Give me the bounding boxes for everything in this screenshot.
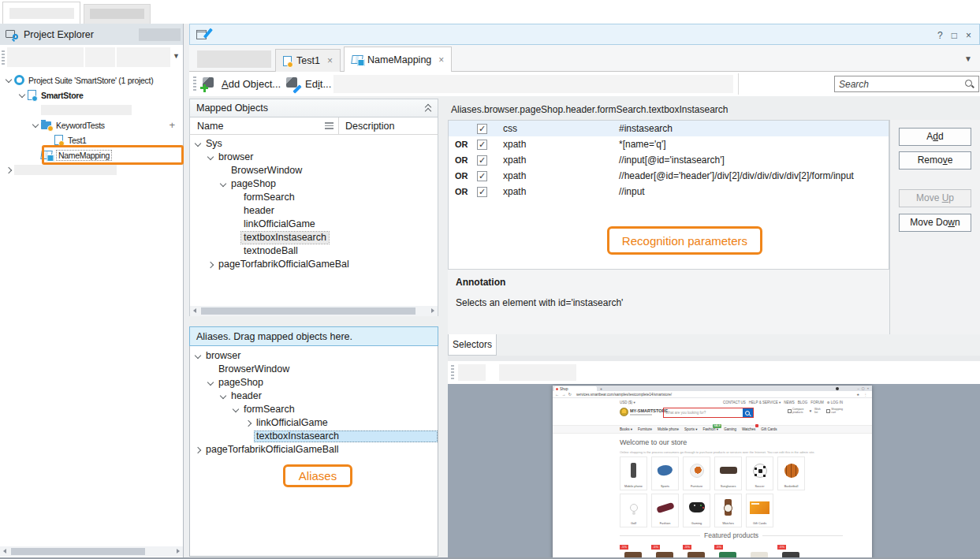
tab-namemapping[interactable]: NameMapping × bbox=[344, 47, 452, 72]
expand-icon[interactable] bbox=[207, 153, 216, 162]
toolbar-grip[interactable] bbox=[451, 365, 454, 380]
category-tile-gift-cards[interactable]: Gift Cards bbox=[746, 494, 773, 527]
category-tile-watches[interactable]: Watches bbox=[714, 494, 742, 527]
aliases-item-browserwindow[interactable]: BrowserWindow bbox=[190, 363, 438, 376]
store-search-button[interactable] bbox=[743, 408, 753, 417]
project-tree-item-smartstore[interactable]: SmartStore bbox=[0, 88, 183, 102]
expand-icon[interactable] bbox=[5, 76, 14, 85]
category-tile-basketball[interactable]: Basketball bbox=[777, 457, 805, 490]
sort-icon[interactable] bbox=[325, 122, 333, 129]
column-name[interactable]: Name bbox=[197, 121, 223, 132]
scroll-thumb[interactable] bbox=[11, 548, 145, 555]
add-object-button[interactable]: Add Object... bbox=[200, 72, 281, 96]
store-top-link[interactable]: FORUM bbox=[810, 401, 824, 404]
store-nav-gift-cards[interactable]: Gift Cards bbox=[761, 427, 777, 431]
mapped-objects-item-pagetorfabrikofficialgamebal[interactable]: pageTorfabrikOfficialGameBal bbox=[190, 258, 438, 271]
aliases-item-formsearch[interactable]: formSearch bbox=[190, 403, 438, 416]
window-controls[interactable]: – ▢ × bbox=[857, 386, 870, 390]
param-checkbox[interactable]: ✓ bbox=[477, 155, 487, 166]
param-row[interactable]: OR✓xpath*[name='q'] bbox=[449, 136, 889, 152]
remove-button[interactable]: Remove bbox=[899, 151, 971, 170]
store-nav-books[interactable]: Books ▾ bbox=[620, 427, 632, 431]
expand-icon[interactable] bbox=[219, 180, 229, 189]
project-tree-item[interactable] bbox=[0, 162, 183, 177]
mapped-objects-item-browserwindow[interactable]: BrowserWindow bbox=[190, 164, 438, 177]
mapped-objects-item-textnodeball[interactable]: textnodeBall bbox=[190, 244, 438, 258]
toolbar-grip[interactable] bbox=[2, 50, 5, 65]
store-nav-sports[interactable]: Sports ▾ bbox=[684, 427, 698, 431]
project-tree-hscrollbar[interactable] bbox=[0, 546, 183, 557]
param-row[interactable]: ✓css#instasearch bbox=[449, 121, 889, 136]
tab-close-icon[interactable]: × bbox=[438, 54, 444, 65]
expand-icon[interactable] bbox=[232, 405, 241, 415]
tab-test1[interactable]: Test1 × bbox=[275, 49, 341, 72]
mapped-objects-item-linkofficialgame[interactable]: linkOfficialGame bbox=[190, 218, 438, 231]
param-row[interactable]: OR✓xpath//input[@id='instasearch'] bbox=[449, 152, 889, 168]
project-tree-item-keywordtests[interactable]: KeywordTests+ bbox=[0, 117, 183, 132]
mapped-objects-item-formsearch[interactable]: formSearch bbox=[190, 191, 438, 204]
browser-nav-icons[interactable]: ← → ↻ bbox=[555, 392, 572, 397]
store-top-link[interactable]: BLOG bbox=[798, 401, 808, 404]
browser-action-icons[interactable]: ★ ⋮ bbox=[856, 393, 869, 397]
window-tab-inactive[interactable] bbox=[84, 4, 151, 24]
project-tree-item-test1[interactable]: Test1 bbox=[0, 132, 183, 147]
store-wish-list-icon[interactable]: ♥Wishlist bbox=[809, 408, 820, 415]
edit-button[interactable]: Edit... bbox=[284, 72, 331, 96]
mapped-objects-item-sys[interactable]: Sys bbox=[190, 137, 438, 151]
mapped-objects-item-textboxinstasearch[interactable]: textboxInstasearch bbox=[190, 231, 438, 244]
move-down-button[interactable]: Move Down bbox=[899, 214, 971, 232]
toolbar-placeholder[interactable] bbox=[117, 47, 170, 67]
scroll-right-icon[interactable] bbox=[177, 549, 180, 553]
toolbar-placeholder[interactable] bbox=[7, 47, 84, 67]
search-input[interactable]: Search bbox=[834, 76, 979, 92]
toolbar-placeholder[interactable] bbox=[85, 47, 115, 67]
category-tile-mobile-phone[interactable]: Mobile phone bbox=[620, 457, 647, 490]
tab-close-icon[interactable]: × bbox=[327, 55, 333, 66]
scroll-left-icon[interactable] bbox=[193, 308, 196, 313]
param-checkbox[interactable]: ✓ bbox=[477, 140, 487, 150]
scroll-thumb[interactable] bbox=[201, 307, 415, 315]
help-button[interactable]: ? bbox=[937, 30, 943, 41]
currency-selector[interactable]: USD ($) ▾ bbox=[620, 401, 635, 404]
param-type[interactable]: xpath bbox=[501, 139, 619, 150]
collapse-icon[interactable] bbox=[424, 104, 433, 113]
scroll-right-icon[interactable] bbox=[431, 308, 434, 313]
param-value[interactable]: //input bbox=[619, 186, 889, 197]
toolbar-grip[interactable] bbox=[193, 76, 196, 91]
expand-icon[interactable] bbox=[219, 392, 229, 401]
project-tree-item-project-suite-smartstore-1-project-[interactable]: Project Suite 'SmartStore' (1 project) bbox=[0, 73, 183, 88]
param-row[interactable]: OR✓xpath//input bbox=[449, 184, 889, 199]
mapped-objects-item-header[interactable]: header bbox=[190, 204, 438, 218]
toolbar-placeholder[interactable] bbox=[499, 364, 576, 381]
category-tile-sports[interactable]: Sports bbox=[651, 457, 679, 490]
store-nav-gaming[interactable]: Gaming bbox=[724, 427, 736, 431]
expand-icon[interactable] bbox=[5, 166, 14, 175]
expand-icon[interactable] bbox=[194, 140, 203, 149]
store-top-link[interactable]: NEWS bbox=[784, 401, 795, 404]
mapped-objects-item-browser[interactable]: browser bbox=[190, 151, 438, 164]
category-tile-fashion[interactable]: Fashion bbox=[651, 494, 679, 527]
param-type[interactable]: xpath bbox=[501, 170, 619, 181]
category-tile-golf[interactable]: Golf bbox=[620, 494, 647, 527]
expand-icon[interactable] bbox=[194, 445, 203, 455]
expand-icon[interactable] bbox=[18, 91, 28, 100]
store-nav-mobile-phone[interactable]: Mobile phone bbox=[658, 427, 679, 431]
param-value[interactable]: //input[@id='instasearch'] bbox=[619, 155, 889, 166]
param-type[interactable]: css bbox=[501, 123, 619, 134]
store-nav-fashion[interactable]: Fashion ▾SALE bbox=[703, 427, 719, 431]
expand-icon[interactable] bbox=[194, 352, 203, 361]
column-description[interactable]: Description bbox=[345, 121, 395, 132]
mapped-objects-item-pageshop[interactable]: pageShop bbox=[190, 177, 438, 191]
store-logo[interactable]: MY-SMARTSTORE bbox=[620, 408, 668, 416]
store-top-link[interactable]: CONTACT US bbox=[723, 401, 746, 404]
maximize-button[interactable]: □ bbox=[952, 30, 957, 41]
param-value[interactable]: #instasearch bbox=[619, 123, 889, 134]
expand-icon[interactable] bbox=[207, 378, 216, 388]
category-tile-gaming[interactable]: Gaming bbox=[683, 494, 710, 527]
aliases-item-browser[interactable]: browser bbox=[190, 349, 438, 363]
add-icon[interactable]: + bbox=[169, 117, 175, 132]
project-tree-item-namemapping[interactable]: NameMapping bbox=[0, 147, 183, 162]
param-value[interactable]: *[name='q'] bbox=[619, 139, 889, 150]
tab-list-dropdown-icon[interactable]: ▼ bbox=[964, 54, 972, 63]
add-button[interactable]: Add bbox=[899, 128, 971, 146]
